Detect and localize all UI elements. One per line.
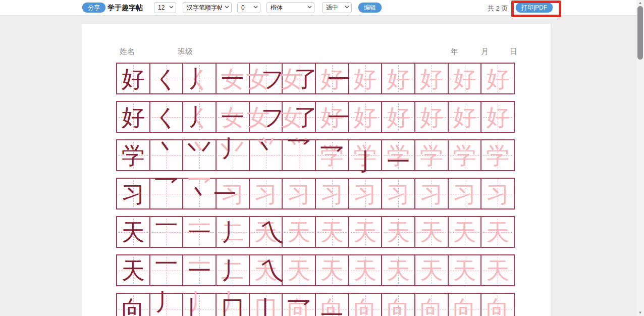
grid-cell-trace: 好	[415, 102, 449, 132]
stroke-glyph: 丷	[183, 133, 216, 163]
grid-cell-trace: 学	[415, 140, 449, 170]
grid-cell-step: 二丿	[217, 255, 250, 285]
stroke-glyph: 冂	[217, 294, 249, 316]
layout-select-wrap: 适中	[322, 2, 352, 13]
stroke-glyph: 天	[316, 255, 348, 285]
stroke-glyph: 丶	[150, 133, 183, 163]
scroll-down-icon[interactable]: ▼	[636, 310, 644, 316]
stroke-glyph: 乛	[150, 172, 183, 201]
stroke-option-select[interactable]: 0	[237, 2, 260, 13]
grid-cell-trace: 好	[349, 64, 383, 93]
stroke-glyph: 丨	[176, 294, 208, 316]
day-label: 日	[510, 47, 517, 57]
stroke-glyph: 学	[449, 140, 481, 170]
stroke-glyph: 习	[117, 179, 149, 208]
font-size-select[interactable]: 12	[154, 2, 176, 13]
month-label: 月	[481, 47, 489, 57]
font-family-select[interactable]: 楷体	[266, 2, 314, 13]
grid-cell-trace: 向	[349, 294, 383, 316]
grid-cell-main: 天	[117, 217, 150, 247]
scrollbar-thumb[interactable]	[637, 6, 643, 60]
grid-row-天: 天一一一二丿天乀天天天天天天天	[116, 254, 515, 286]
stroke-glyph: 习	[415, 179, 448, 208]
grid-cell-step: く丿	[183, 102, 217, 132]
stroke-glyph: 一	[382, 146, 414, 176]
grid-cell-step: く丿	[183, 64, 217, 93]
grid-cell-step: 一	[150, 217, 184, 247]
share-button[interactable]: 分享	[82, 3, 105, 13]
grid-cell-trace: 习	[382, 179, 415, 208]
grid-cell-trace: 天	[283, 255, 316, 285]
stroke-glyph: 天	[382, 217, 414, 247]
stroke-glyph: 好	[415, 102, 448, 132]
stroke-glyph: 天	[349, 255, 382, 285]
stroke-glyph: 天	[415, 255, 448, 285]
toolbar: 分享 学于趣字帖 12 汉字笔顺字帖 0 楷体 适中 编辑 共 2 页 打印|P…	[0, 0, 644, 16]
grid-cell-main: 学	[117, 140, 150, 170]
stroke-glyph: 向	[382, 294, 414, 316]
grid-cell-step: 女了	[283, 102, 316, 132]
stroke-glyph: 习	[349, 179, 382, 208]
worksheet-page: 姓名 班级 年 月 日 好くく丿女一女フ女了好一好好好好好好くく丿女一女フ女了好…	[82, 24, 551, 316]
stroke-glyph: 一	[150, 210, 183, 240]
stroke-glyph: 天	[382, 255, 414, 285]
grid-cell-main: 好	[117, 64, 150, 93]
stroke-glyph: 好	[415, 64, 448, 93]
grid-cell-trace: 天	[316, 217, 349, 247]
stroke-glyph: 好	[481, 102, 514, 132]
stroke-glyph: 乛	[316, 140, 348, 170]
stroke-glyph: 一	[150, 248, 183, 278]
grid-cell-main: 天	[117, 255, 150, 285]
stroke-glyph: 好	[382, 64, 414, 93]
grid-cell-step: 学亅	[349, 140, 383, 170]
grid-cell-step: 二丿	[217, 217, 250, 247]
grid-cell-step: 学乛	[316, 140, 349, 170]
grid-row-天: 天一一一二丿天乀天天天天天天天	[116, 216, 515, 248]
stroke-glyph: 习	[449, 179, 481, 208]
edit-button[interactable]: 编辑	[358, 3, 382, 13]
grid-cell-trace: 习	[349, 179, 383, 208]
grid-cell-step: 习一	[217, 179, 250, 208]
grid-cell-trace: 天	[349, 217, 383, 247]
grid-cell-trace: 好	[382, 102, 415, 132]
stroke-glyph: 好	[117, 64, 149, 93]
grid-cell-step: ⺍乛	[283, 140, 316, 170]
stroke-glyph: 丿	[183, 64, 216, 93]
stroke-glyph: 习	[481, 179, 514, 208]
sheet-type-select[interactable]: 汉字笔顺字帖	[183, 2, 232, 13]
name-label: 姓名	[120, 47, 135, 57]
grid-cell-trace: 好	[449, 102, 482, 132]
practice-grid: 好くく丿女一女フ女了好一好好好好好好くく丿女一女フ女了好一好好好好好学丶丶丷丷丿…	[116, 63, 515, 316]
stroke-glyph: く	[150, 102, 183, 132]
grid-cell-trace: 天	[283, 217, 316, 247]
stroke-glyph: 丶	[250, 133, 282, 163]
grid-cell-step: 丿冂	[217, 294, 250, 316]
grid-cell-trace: 习	[250, 179, 283, 208]
print-pdf-button[interactable]: 打印|PDF	[516, 3, 553, 13]
stroke-glyph: 天	[283, 217, 315, 247]
scroll-up-icon[interactable]: ▲	[636, 0, 644, 6]
grid-cell-step: 学一	[382, 140, 415, 170]
grid-cell-trace: 天	[481, 217, 514, 247]
stroke-glyph: 习	[250, 179, 282, 208]
grid-cell-trace: 好	[481, 102, 514, 132]
grid-cell-step: 乛	[150, 179, 184, 208]
stroke-glyph: 一	[183, 255, 216, 285]
stroke-glyph: 好	[449, 64, 481, 93]
stroke-glyph: 一	[209, 179, 241, 208]
grid-cell-trace: 好	[449, 64, 482, 93]
stroke-glyph: 向	[117, 294, 149, 316]
stroke-glyph: 好	[349, 64, 382, 93]
grid-cell-trace: 好	[349, 102, 383, 132]
stroke-glyph: 天	[349, 217, 382, 247]
grid-cell-trace: 习	[415, 179, 449, 208]
grid-cell-trace: 向	[415, 294, 449, 316]
grid-cell-step: 天乀	[250, 255, 283, 285]
stroke-glyph: 好	[349, 102, 382, 132]
class-label: 班级	[178, 47, 193, 57]
scrollbar[interactable]: ▲ ▼	[636, 0, 644, 316]
grid-cell-trace: 向	[481, 294, 514, 316]
year-label: 年	[451, 47, 458, 57]
font-family-select-wrap: 楷体	[266, 2, 314, 13]
layout-select[interactable]: 适中	[322, 2, 352, 13]
